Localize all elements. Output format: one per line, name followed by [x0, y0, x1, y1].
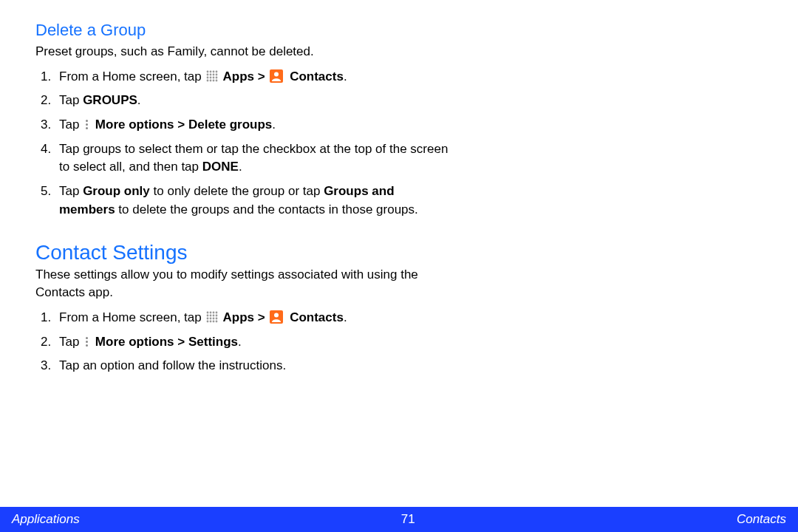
text: .	[238, 335, 242, 349]
more-options-icon	[83, 335, 90, 347]
svg-point-33	[274, 313, 279, 317]
svg-point-6	[213, 73, 215, 75]
step: Tap GROUPS.	[55, 92, 449, 110]
step: From a Home screen, tap Apps > Contacts.	[55, 309, 449, 327]
svg-point-5	[210, 73, 212, 75]
group-only-label: Group only	[83, 184, 150, 198]
text: .	[344, 69, 347, 83]
text: Tap groups to select them or tap the che…	[59, 142, 448, 174]
svg-point-14	[213, 79, 215, 81]
text: Tap	[59, 335, 83, 349]
svg-point-31	[213, 320, 215, 322]
text: Tap an option and follow the instruction…	[59, 358, 286, 372]
text: .	[344, 310, 347, 324]
page-content: Delete a Group Preset groups, such as Fa…	[0, 0, 485, 375]
more-options-icon	[83, 118, 90, 130]
apps-label: Apps >	[219, 310, 268, 324]
text: From a Home screen, tap	[59, 310, 205, 324]
svg-point-1	[210, 70, 212, 72]
text: From a Home screen, tap	[59, 69, 205, 83]
text: .	[239, 160, 242, 174]
svg-point-12	[207, 79, 209, 81]
svg-point-18	[210, 311, 212, 313]
svg-point-16	[274, 72, 279, 76]
text: .	[272, 117, 276, 132]
contacts-label: Contacts	[286, 69, 343, 83]
svg-point-7	[216, 73, 218, 75]
step: From a Home screen, tap Apps > Contacts.	[55, 68, 449, 86]
svg-point-22	[210, 314, 212, 316]
step: Tap groups to select them or tap the che…	[55, 140, 449, 177]
svg-point-25	[207, 317, 209, 319]
apps-grid-icon	[206, 311, 218, 323]
text: Tap	[59, 117, 83, 132]
text: to only delete the group or tap	[150, 184, 324, 198]
contacts-label: Contacts	[286, 310, 343, 324]
svg-point-29	[207, 320, 209, 322]
steps-contact-settings: From a Home screen, tap Apps > Contacts.…	[35, 309, 449, 375]
step: Tap More options > Settings.	[55, 333, 449, 352]
contacts-icon	[270, 310, 283, 324]
more-options-label: More options > Settings	[92, 335, 238, 349]
svg-point-3	[216, 70, 218, 72]
svg-point-27	[213, 317, 215, 319]
svg-point-4	[207, 73, 209, 75]
svg-point-23	[213, 314, 215, 316]
text: to delete the groups and the contacts in…	[115, 202, 418, 216]
svg-point-32	[216, 320, 218, 322]
svg-point-17	[207, 311, 209, 313]
done-label: DONE	[202, 160, 239, 174]
svg-point-26	[210, 317, 212, 319]
page-footer: Applications 71 Contacts	[0, 507, 798, 532]
footer-right: Contacts	[737, 512, 786, 527]
text: Tap	[59, 184, 83, 198]
svg-point-13	[210, 79, 212, 81]
heading-contact-settings: Contact Settings	[35, 241, 449, 265]
svg-point-30	[210, 320, 212, 322]
svg-point-8	[207, 76, 209, 78]
svg-point-2	[213, 70, 215, 72]
svg-point-15	[216, 79, 218, 81]
heading-delete-group: Delete a Group	[35, 21, 449, 40]
footer-left: Applications	[12, 512, 80, 527]
svg-point-9	[210, 76, 212, 78]
apps-grid-icon	[206, 70, 218, 82]
step: Tap Group only to only delete the group …	[55, 183, 449, 219]
more-options-label: More options > Delete groups	[92, 117, 272, 132]
apps-label: Apps >	[219, 69, 268, 83]
groups-label: GROUPS	[83, 93, 137, 107]
text: .	[137, 93, 141, 107]
svg-point-10	[213, 76, 215, 78]
svg-point-20	[216, 311, 218, 313]
footer-page-number: 71	[401, 512, 415, 527]
svg-point-24	[216, 314, 218, 316]
svg-point-11	[216, 76, 218, 78]
svg-point-19	[213, 311, 215, 313]
steps-delete-group: From a Home screen, tap Apps > Contacts.…	[35, 68, 449, 219]
text: Tap	[59, 93, 83, 107]
intro-contact-settings: These settings allow you to modify setti…	[35, 266, 449, 301]
contacts-icon	[270, 69, 283, 83]
svg-point-0	[207, 70, 209, 72]
svg-point-28	[216, 317, 218, 319]
step: Tap More options > Delete groups.	[55, 116, 449, 134]
svg-point-21	[207, 314, 209, 316]
step: Tap an option and follow the instruction…	[55, 357, 449, 375]
intro-delete-group: Preset groups, such as Family, cannot be…	[35, 43, 449, 61]
